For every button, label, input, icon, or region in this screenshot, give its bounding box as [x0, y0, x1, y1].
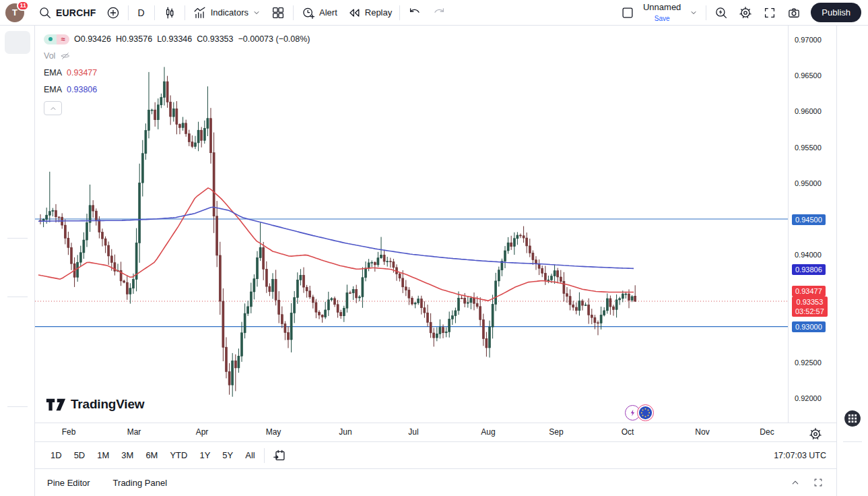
chart-style-button[interactable]: [158, 3, 181, 23]
range-5y[interactable]: 5Y: [217, 447, 238, 463]
chart-column: ≈ O0.93426H0.93576L0.93346C0.93353−0.000…: [35, 26, 836, 496]
ema-value: 0.93806: [67, 85, 97, 94]
legend-collapse-button[interactable]: [44, 101, 62, 115]
user-menu-button[interactable]: T 11: [5, 3, 27, 23]
replay-button[interactable]: Replay: [343, 3, 396, 23]
event-badges[interactable]: [625, 404, 656, 422]
gear-icon: [738, 5, 753, 20]
sidebar-apps-button[interactable]: [844, 410, 861, 430]
divider: [264, 448, 265, 463]
tool-hide-marks[interactable]: [5, 379, 30, 402]
tool-text[interactable]: T: [5, 185, 30, 208]
drawing-toolbar: T: [0, 26, 35, 496]
legend-ema-row[interactable]: EMA 0.93806: [44, 84, 310, 95]
clock-label[interactable]: 17:07:03 UTC: [774, 451, 826, 460]
time-axis-label: Oct: [622, 427, 634, 437]
fullscreen-button[interactable]: [758, 3, 781, 23]
layout-name-label: Unnamed: [643, 3, 681, 12]
price-badge: 0.93477: [792, 286, 826, 297]
range-6m[interactable]: 6M: [140, 447, 163, 463]
divider: [399, 5, 400, 20]
panel-collapse-icon[interactable]: [789, 476, 801, 489]
tool-xabcd-pattern[interactable]: [5, 108, 30, 131]
publish-button[interactable]: Publish: [811, 3, 861, 22]
chevron-down-icon: [252, 8, 261, 18]
price-badge: 0.93000: [792, 321, 826, 332]
ohlc-part: H0.93576: [116, 34, 152, 44]
tool-lock-all[interactable]: [5, 353, 30, 376]
tool-magnet[interactable]: [5, 302, 30, 325]
symbol-search-button[interactable]: EURCHF: [34, 3, 100, 23]
time-axis-label: Aug: [481, 427, 495, 437]
time-axis-label: Jun: [339, 427, 352, 437]
tool-remove-objects[interactable]: [5, 412, 30, 435]
legend-volume-row[interactable]: Vol: [44, 51, 310, 61]
tool-drawing-mode[interactable]: [5, 328, 30, 350]
eu-flag-icon: [637, 404, 654, 421]
tool-trend-line[interactable]: [5, 57, 30, 80]
delayed-data-icon: ≈: [57, 34, 69, 44]
footer-tabs: Pine EditorTrading Panel: [47, 478, 167, 488]
indicator-templates-button[interactable]: [267, 3, 290, 23]
chart-area[interactable]: ≈ O0.93426H0.93576L0.93346C0.93353−0.000…: [35, 26, 836, 423]
ema-label: EMA: [44, 85, 62, 94]
footer-bar: Pine EditorTrading Panel: [35, 468, 836, 496]
divider: [293, 5, 294, 20]
range-5d[interactable]: 5D: [69, 447, 91, 463]
divider: [154, 5, 155, 20]
axis-settings-gear-icon[interactable]: [808, 427, 823, 441]
divider: [7, 297, 28, 297]
divider: [7, 406, 28, 407]
compare-add-symbol-button[interactable]: [102, 3, 125, 23]
divider: [843, 441, 862, 442]
range-1m[interactable]: 1M: [92, 447, 114, 463]
go-to-date-button[interactable]: [268, 445, 291, 466]
snapshot-button[interactable]: [782, 3, 805, 23]
right-sidebar: ?: [836, 26, 868, 496]
tool-brush[interactable]: [5, 159, 30, 182]
layout-name-button[interactable]: Unnamed Save: [640, 1, 683, 24]
calendar-go-icon: [272, 448, 287, 463]
volume-label: Vol: [44, 51, 55, 61]
alert-button[interactable]: Alert: [297, 3, 341, 23]
layout-select-button[interactable]: [616, 3, 639, 23]
quick-search-icon: [714, 5, 729, 20]
tradingview-watermark: TradingView: [46, 397, 144, 412]
undo-button[interactable]: [403, 3, 426, 23]
legend-ema-row[interactable]: EMA 0.93477: [44, 67, 310, 78]
layout-menu-caret[interactable]: [685, 5, 702, 20]
time-axis[interactable]: FebMarAprMayJunJulAugSepOctNovDec: [35, 423, 836, 441]
ema-label: EMA: [44, 68, 62, 78]
legend-main-row[interactable]: ≈ O0.93426H0.93576L0.93346C0.93353−0.000…: [44, 34, 310, 44]
top-toolbar: T 11 EURCHF D Indicators Alert Replay: [0, 0, 868, 26]
tool-ruler[interactable]: [5, 243, 30, 266]
redo-button[interactable]: [428, 3, 450, 23]
eye-off-icon[interactable]: [60, 51, 71, 61]
range-3m[interactable]: 3M: [116, 447, 139, 463]
tool-forecast[interactable]: [5, 133, 30, 156]
panel-maximize-icon[interactable]: [812, 476, 824, 489]
time-axis-label: Feb: [62, 427, 76, 437]
tool-zoom-in[interactable]: [5, 269, 30, 292]
range-ytd[interactable]: YTD: [164, 447, 193, 463]
footer-tab-pine-editor[interactable]: Pine Editor: [47, 478, 90, 488]
range-1y[interactable]: 1Y: [194, 447, 215, 463]
price-axis[interactable]: 0.970000.965000.960000.955000.950000.940…: [788, 26, 836, 423]
tool-cursor[interactable]: [5, 31, 30, 54]
chart-settings-button[interactable]: [734, 3, 757, 23]
time-axis-label: May: [266, 427, 281, 437]
range-all[interactable]: All: [240, 447, 260, 463]
tradingview-logo-icon: [46, 398, 66, 412]
footer-tab-trading-panel[interactable]: Trading Panel: [113, 478, 167, 488]
price-badge: 0.93806: [792, 264, 826, 275]
interval-button[interactable]: D: [132, 5, 151, 21]
ohlc-part: C0.93353: [197, 34, 233, 44]
tool-emoji[interactable]: [5, 210, 30, 233]
time-axis-label: Dec: [760, 427, 774, 437]
range-1d[interactable]: 1D: [45, 447, 67, 463]
indicators-icon: [193, 5, 207, 20]
indicators-button[interactable]: Indicators: [189, 3, 265, 23]
quick-search-button[interactable]: [710, 3, 733, 23]
ohlc-change: −0.00073 (−0.08%): [238, 34, 310, 44]
tool-fib-retracement[interactable]: [5, 82, 30, 105]
